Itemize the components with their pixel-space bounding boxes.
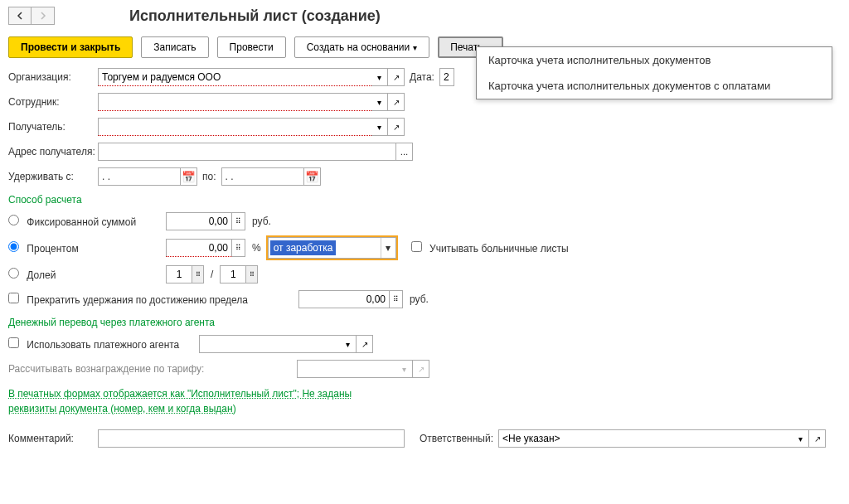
calc-section-heading: Способ расчета — [8, 194, 841, 206]
responsible-dropdown-button[interactable]: ▾ — [793, 429, 809, 448]
tariff-input — [297, 360, 396, 378]
calendar-icon: 📅 — [305, 171, 319, 183]
fraction-numerator[interactable] — [166, 265, 192, 284]
calc-percent-unit: % — [252, 242, 261, 254]
date-label: Дата: — [410, 71, 434, 83]
sick-leave-checkbox-label[interactable]: Учитывать больничные листы — [411, 241, 569, 254]
recipient-open-button[interactable]: ↗ — [388, 118, 405, 136]
post-and-close-button[interactable]: Провести и закрыть — [8, 36, 133, 58]
tariff-label: Рассчитывать вознаграждение по тарифу: — [8, 363, 297, 375]
agent-select-input[interactable] — [199, 335, 340, 353]
recipient-address-more-button[interactable]: … — [396, 143, 413, 161]
calc-fraction-text: Долей — [27, 269, 56, 281]
stop-limit-checkbox-label[interactable]: Прекратить удержания по достижению преде… — [8, 293, 298, 306]
responsible-open-button[interactable]: ↗ — [809, 429, 826, 448]
calc-percent-radio-label[interactable]: Процентом — [8, 241, 166, 254]
employee-input[interactable] — [98, 93, 371, 111]
tariff-open-button: ↗ — [413, 360, 429, 378]
hold-to-input[interactable]: . . — [221, 167, 304, 186]
tariff-dropdown-button: ▾ — [396, 360, 413, 378]
stop-limit-text: Прекратить удержания по достижению преде… — [27, 294, 248, 306]
recipient-address-label: Адрес получателя: — [8, 146, 98, 158]
arrow-right-icon — [39, 12, 47, 20]
hold-to-label: по: — [202, 171, 216, 182]
calc-fixed-unit: руб. — [252, 216, 271, 227]
calc-fraction-radio-label[interactable]: Долей — [8, 268, 166, 281]
calendar-icon: 📅 — [182, 171, 196, 183]
recipient-label: Получатель: — [8, 121, 98, 133]
print-menu-item-card[interactable]: Карточка учета исполнительных документов — [477, 47, 832, 73]
calc-fraction-radio[interactable] — [8, 268, 19, 279]
calc-percent-text: Процентом — [27, 243, 78, 254]
use-agent-text: Использовать платежного агента — [27, 339, 179, 351]
sick-leave-checkbox[interactable] — [411, 241, 422, 252]
use-agent-checkbox-label[interactable]: Использовать платежного агента — [8, 337, 199, 351]
use-agent-checkbox[interactable] — [8, 337, 19, 348]
employee-label: Сотрудник: — [8, 96, 98, 108]
sick-leave-text: Учитывать больничные листы — [429, 243, 569, 254]
post-button[interactable]: Провести — [217, 36, 286, 58]
recipient-dropdown-button[interactable]: ▾ — [371, 118, 388, 136]
employee-dropdown-button[interactable]: ▾ — [371, 93, 388, 111]
arrow-left-icon — [16, 12, 24, 20]
agent-dropdown-button[interactable]: ▾ — [340, 335, 357, 353]
create-based-on-button[interactable]: Создать на основании — [294, 36, 430, 58]
hold-from-input[interactable]: . . — [98, 167, 181, 186]
stop-limit-spin[interactable]: ⠿ — [390, 290, 403, 308]
print-dropdown-menu: Карточка учета исполнительных документов… — [476, 46, 832, 99]
calc-fixed-radio-label[interactable]: Фиксированной суммой — [8, 215, 166, 228]
percent-base-select[interactable]: от заработка ▾ — [268, 237, 396, 259]
recipient-input[interactable] — [98, 118, 371, 136]
calc-fixed-value[interactable] — [166, 212, 232, 230]
date-input[interactable] — [439, 68, 454, 86]
calc-percent-value[interactable] — [166, 239, 232, 257]
fraction-num-spin[interactable]: ⠿ — [192, 265, 204, 284]
fraction-slash: / — [211, 269, 213, 280]
calc-fixed-spin[interactable]: ⠿ — [232, 212, 245, 230]
employee-open-button[interactable]: ↗ — [388, 93, 405, 111]
comment-label: Комментарий: — [8, 433, 98, 444]
nav-back-button[interactable] — [8, 7, 32, 25]
responsible-label: Ответственный: — [420, 433, 493, 444]
calc-fixed-text: Фиксированной суммой — [27, 216, 136, 228]
calc-percent-radio[interactable] — [8, 241, 19, 252]
page-title: Исполнительный лист (создание) — [129, 7, 381, 25]
stop-limit-checkbox[interactable] — [8, 293, 19, 303]
fraction-den-spin[interactable]: ⠿ — [246, 265, 258, 284]
recipient-address-input[interactable] — [98, 143, 396, 161]
organization-label: Организация: — [8, 71, 98, 83]
calc-fixed-radio[interactable] — [8, 215, 19, 225]
fraction-denominator[interactable] — [220, 265, 246, 284]
print-menu-item-card-payments[interactable]: Карточка учета исполнительных документов… — [477, 73, 832, 99]
percent-base-value: от заработка — [270, 240, 337, 255]
nav-forward-button[interactable] — [32, 7, 55, 25]
hold-from-calendar-button[interactable]: 📅 — [181, 167, 197, 186]
comment-input[interactable] — [98, 429, 405, 448]
org-open-button[interactable]: ↗ — [388, 68, 405, 86]
write-button[interactable]: Записать — [141, 36, 208, 58]
chevron-down-icon: ▾ — [381, 238, 395, 258]
org-dropdown-button[interactable]: ▾ — [371, 68, 388, 86]
print-form-info-link[interactable]: В печатных формах отображается как "Испо… — [8, 388, 352, 414]
agent-open-button[interactable]: ↗ — [357, 335, 373, 353]
agent-section-heading: Денежный перевод через платежного агента — [8, 317, 841, 328]
responsible-input[interactable] — [498, 429, 793, 448]
calc-percent-spin[interactable]: ⠿ — [232, 239, 245, 257]
hold-to-calendar-button[interactable]: 📅 — [304, 167, 321, 186]
hold-from-label: Удерживать с: — [8, 171, 98, 182]
stop-limit-value[interactable] — [298, 290, 390, 308]
organization-input[interactable] — [98, 68, 371, 86]
stop-limit-unit: руб. — [410, 293, 429, 305]
